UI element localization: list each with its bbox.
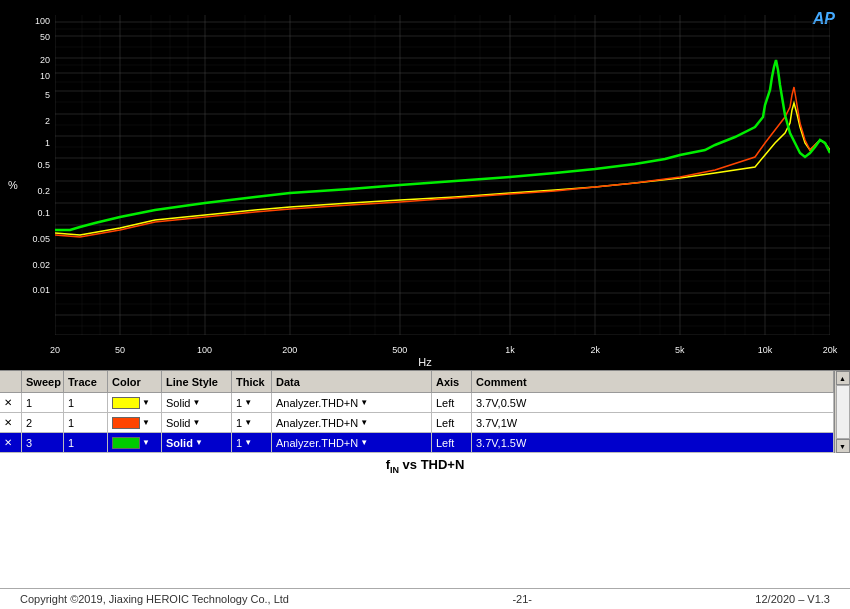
row2-color[interactable]: ▼ xyxy=(108,413,162,432)
dropdown-arrow5[interactable]: ▼ xyxy=(142,418,150,427)
footer-right: 12/2020 – V1.3 xyxy=(755,593,830,605)
header-x xyxy=(0,371,22,392)
y-tick-20: 20 xyxy=(40,55,50,65)
row3-axis: Left xyxy=(432,433,472,452)
row2-trace: 1 xyxy=(64,413,108,432)
y-tick-0.1: 0.1 xyxy=(37,208,50,218)
row1-axis: Left xyxy=(432,393,472,412)
header-axis: Axis xyxy=(432,371,472,392)
chart-title-suffix: vs THD+N xyxy=(399,457,464,472)
table-scrollbar[interactable]: ▲ ▼ xyxy=(834,371,850,453)
row2-thick[interactable]: 1 ▼ xyxy=(232,413,272,432)
row1-comment: 3.7V,0.5W xyxy=(472,393,834,412)
header-thick: Thick xyxy=(232,371,272,392)
y-tick-0.01: 0.01 xyxy=(32,285,50,295)
header-linestyle: Line Style xyxy=(162,371,232,392)
thick-label2: 1 xyxy=(236,417,242,429)
footer-left: Copyright ©2019, Jiaxing HEROIC Technolo… xyxy=(20,593,289,605)
table-row[interactable]: ✕ 1 1 ▼ Solid ▼ 1 ▼ Analyzer.THD+N ▼ xyxy=(0,393,834,413)
scrollbar-down-button[interactable]: ▼ xyxy=(836,439,850,453)
row1-color[interactable]: ▼ xyxy=(108,393,162,412)
dropdown-arrow6[interactable]: ▼ xyxy=(192,418,200,427)
chart-container: % AP 100 50 20 10 5 2 1 0.5 0.2 0.1 0.05… xyxy=(0,0,850,370)
row2-linestyle[interactable]: Solid ▼ xyxy=(162,413,232,432)
row3-comment: 3.7V,1.5W xyxy=(472,433,834,452)
chart-title-subscript: IN xyxy=(390,465,399,475)
scrollbar-up-button[interactable]: ▲ xyxy=(836,371,850,385)
y-tick-0.5: 0.5 xyxy=(37,160,50,170)
row2-data[interactable]: Analyzer.THD+N ▼ xyxy=(272,413,432,432)
header-color: Color xyxy=(108,371,162,392)
dropdown-arrow9[interactable]: ▼ xyxy=(142,438,150,447)
x-tick-1k: 1k xyxy=(505,345,515,355)
row1-trace: 1 xyxy=(64,393,108,412)
row2-sweep: 2 xyxy=(22,413,64,432)
row2-comment: 3.7V,1W xyxy=(472,413,834,432)
thick-label: 1 xyxy=(236,397,242,409)
data-table: Sweep Trace Color Line Style Thick Data … xyxy=(0,370,850,453)
row3-sweep: 3 xyxy=(22,433,64,452)
x-tick-50: 50 xyxy=(115,345,125,355)
table-header: Sweep Trace Color Line Style Thick Data … xyxy=(0,371,834,393)
header-trace: Trace xyxy=(64,371,108,392)
y-tick-1: 1 xyxy=(45,138,50,148)
data-label3: Analyzer.THD+N xyxy=(276,437,358,449)
spacer xyxy=(0,477,850,588)
dropdown-arrow4[interactable]: ▼ xyxy=(360,398,368,407)
y-tick-0.02: 0.02 xyxy=(32,260,50,270)
dropdown-arrow10[interactable]: ▼ xyxy=(195,438,203,447)
dropdown-arrow8[interactable]: ▼ xyxy=(360,418,368,427)
chart-title: fIN vs THD+N xyxy=(0,453,850,477)
x-tick-10k: 10k xyxy=(758,345,773,355)
row3-data[interactable]: Analyzer.THD+N ▼ xyxy=(272,433,432,452)
header-data: Data xyxy=(272,371,432,392)
row3-linestyle[interactable]: Solid ▼ xyxy=(162,433,232,452)
y-tick-10: 10 xyxy=(40,71,50,81)
y-tick-100: 100 xyxy=(35,16,50,26)
data-label2: Analyzer.THD+N xyxy=(276,417,358,429)
header-comment: Comment xyxy=(472,371,834,392)
y-tick-0.05: 0.05 xyxy=(32,234,50,244)
x-tick-2k: 2k xyxy=(590,345,600,355)
dropdown-arrow7[interactable]: ▼ xyxy=(244,418,252,427)
linestyle-label2: Solid xyxy=(166,417,190,429)
row3-color[interactable]: ▼ xyxy=(108,433,162,452)
thick-label3: 1 xyxy=(236,437,242,449)
row1-sweep: 1 xyxy=(22,393,64,412)
row3-thick[interactable]: 1 ▼ xyxy=(232,433,272,452)
color-swatch-green xyxy=(112,437,140,449)
dropdown-arrow12[interactable]: ▼ xyxy=(360,438,368,447)
row3-trace: 1 xyxy=(64,433,108,452)
table-row[interactable]: ✕ 2 1 ▼ Solid ▼ 1 ▼ Analyzer.THD+N ▼ xyxy=(0,413,834,433)
table-main: Sweep Trace Color Line Style Thick Data … xyxy=(0,371,834,453)
x-tick-20k: 20k xyxy=(823,345,838,355)
dropdown-arrow11[interactable]: ▼ xyxy=(244,438,252,447)
x-tick-100: 100 xyxy=(197,345,212,355)
dropdown-arrow2[interactable]: ▼ xyxy=(192,398,200,407)
x-tick-5k: 5k xyxy=(675,345,685,355)
row2-x: ✕ xyxy=(0,413,22,432)
footer-center: -21- xyxy=(512,593,532,605)
x-tick-200: 200 xyxy=(282,345,297,355)
row3-x: ✕ xyxy=(0,433,22,452)
page-wrapper: % AP 100 50 20 10 5 2 1 0.5 0.2 0.1 0.05… xyxy=(0,0,850,609)
row1-data[interactable]: Analyzer.THD+N ▼ xyxy=(272,393,432,412)
dropdown-arrow3[interactable]: ▼ xyxy=(244,398,252,407)
linestyle-label: Solid xyxy=(166,397,190,409)
footer: Copyright ©2019, Jiaxing HEROIC Technolo… xyxy=(0,588,850,609)
dropdown-arrow[interactable]: ▼ xyxy=(142,398,150,407)
color-swatch-yellow xyxy=(112,397,140,409)
y-tick-5: 5 xyxy=(45,90,50,100)
row1-linestyle[interactable]: Solid ▼ xyxy=(162,393,232,412)
x-tick-20: 20 xyxy=(50,345,60,355)
chart-svg xyxy=(55,15,830,335)
linestyle-label3: Solid xyxy=(166,437,193,449)
y-tick-2: 2 xyxy=(45,116,50,126)
row1-x: ✕ xyxy=(0,393,22,412)
x-tick-500: 500 xyxy=(392,345,407,355)
table-row-selected[interactable]: ✕ 3 1 ▼ Solid ▼ 1 ▼ Analyzer.THD+N ▼ xyxy=(0,433,834,453)
y-tick-0.2: 0.2 xyxy=(37,186,50,196)
data-label: Analyzer.THD+N xyxy=(276,397,358,409)
row2-axis: Left xyxy=(432,413,472,432)
row1-thick[interactable]: 1 ▼ xyxy=(232,393,272,412)
